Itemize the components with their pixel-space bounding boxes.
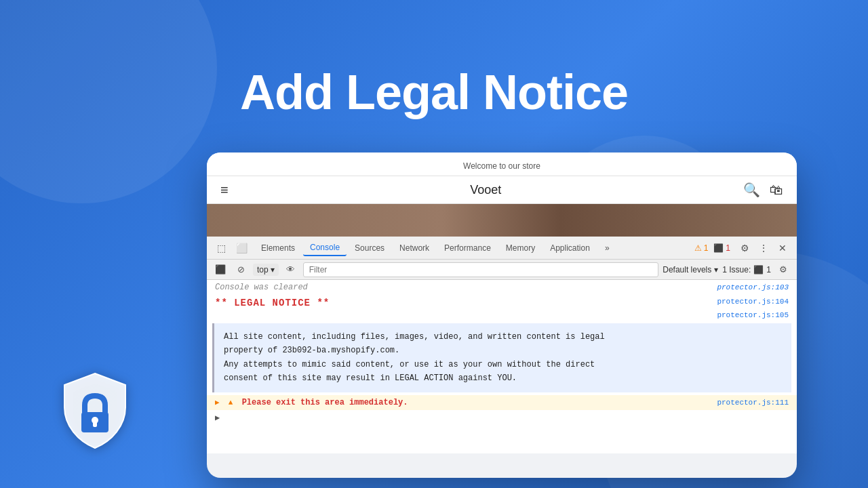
console-cleared-row: Console was cleared protector.js:103 xyxy=(207,280,797,295)
browser-card: Welcome to our store ≡ Vooet 🔍 🛍 ⬚ ⬜ Ele… xyxy=(207,152,797,478)
levels-dropdown[interactable]: Default levels ▾ xyxy=(663,265,718,274)
store-header: Welcome to our store xyxy=(207,152,797,176)
warn-count: 1 xyxy=(704,243,709,253)
issues-count: 1 xyxy=(766,265,771,274)
store-nav: ≡ Vooet 🔍 🛍 xyxy=(207,176,797,204)
tab-application[interactable]: Application xyxy=(543,241,597,256)
link-105[interactable]: protector.js:105 xyxy=(717,311,789,319)
device-icon[interactable]: ⬜ xyxy=(233,239,250,257)
shield-icon xyxy=(58,370,132,454)
legal-title-row: ** LEGAL NOTICE ** protector.js:104 xyxy=(207,295,797,311)
legal-title: ** LEGAL NOTICE ** xyxy=(215,298,330,308)
svg-rect-2 xyxy=(93,420,97,427)
box-line1: All site content, including files, image… xyxy=(224,330,782,344)
store-welcome: Welcome to our store xyxy=(463,161,540,171)
eye-icon[interactable]: 👁 xyxy=(283,262,299,278)
settings-icon[interactable]: ⚙ xyxy=(736,239,753,257)
search-icon[interactable]: 🔍 xyxy=(743,182,760,198)
store-name: Vooet xyxy=(470,183,501,197)
tab-sources[interactable]: Sources xyxy=(348,241,391,256)
filter-input[interactable] xyxy=(303,262,659,277)
close-icon[interactable]: ✕ xyxy=(774,239,791,257)
inspect-icon[interactable]: ⬚ xyxy=(212,239,230,257)
warn-icon: ▲ xyxy=(229,399,233,407)
cleared-text: Console was cleared xyxy=(215,283,308,292)
nav-right: 🔍 🛍 xyxy=(743,182,783,198)
box-line2: property of 23b092-ba.myshopify.com. xyxy=(224,344,782,357)
link-104[interactable]: protector.js:104 xyxy=(717,298,789,306)
top-label: top xyxy=(257,265,269,274)
chevron-down-icon: ▾ xyxy=(271,265,275,274)
title-text: Add Legal Notice xyxy=(240,65,628,119)
cart-icon[interactable]: 🛍 xyxy=(770,182,783,198)
tab-performance[interactable]: Performance xyxy=(437,241,498,256)
tab-network[interactable]: Network xyxy=(393,241,436,256)
link-111[interactable]: protector.js:111 xyxy=(717,399,789,407)
tab-console[interactable]: Console xyxy=(303,240,347,256)
levels-label: Default levels xyxy=(663,265,711,274)
devtools-left-icons: ⬚ ⬜ xyxy=(212,239,250,257)
error-icon: ⬛ xyxy=(713,243,724,253)
devtools-toolbar: ⬚ ⬜ Elements Console Sources Network Per… xyxy=(207,237,797,260)
hero-image xyxy=(207,204,797,237)
hamburger-icon[interactable]: ≡ xyxy=(220,182,229,198)
sidebar-toggle-icon[interactable]: ⬛ xyxy=(212,262,229,278)
error-badge: ⬛ 1 xyxy=(713,243,730,253)
warn-row: ▶ ▲ Please exit this area immediately. p… xyxy=(207,395,797,410)
warn-text: Please exit this area immediately. xyxy=(242,398,408,407)
ban-icon[interactable]: ⊘ xyxy=(233,262,249,278)
warn-badge: ⚠ 1 xyxy=(694,243,709,253)
warn-content: ▶ ▲ Please exit this area immediately. xyxy=(215,398,408,407)
issues-counter: 1 Issue: ⬛ 1 xyxy=(722,265,771,274)
issues-icon: ⬛ xyxy=(753,265,764,274)
more-icon[interactable]: ⋮ xyxy=(755,239,772,257)
error-count: 1 xyxy=(726,243,730,253)
page-title: Add Legal Notice xyxy=(0,64,868,120)
tab-elements[interactable]: Elements xyxy=(254,241,302,256)
warn-triangle-icon: ⚠ xyxy=(694,243,702,253)
arrow-row: ▶ xyxy=(207,410,797,426)
warn-triangle-icon: ▶ xyxy=(215,399,220,407)
box-line3: Any attempts to mimic said content, or u… xyxy=(224,358,782,371)
console-output: Console was cleared protector.js:103 ** … xyxy=(207,280,797,453)
tab-more[interactable]: » xyxy=(598,241,616,256)
arrow-icon: ▶ xyxy=(215,413,220,423)
devtools-settings-icon[interactable]: ⚙ xyxy=(775,262,791,278)
issues-label: 1 Issue: xyxy=(722,265,751,274)
context-dropdown[interactable]: top ▾ xyxy=(253,264,279,276)
box-line4: consent of this site may result in LEGAL… xyxy=(224,371,782,385)
link-103[interactable]: protector.js:103 xyxy=(717,283,789,291)
levels-chevron-icon: ▾ xyxy=(714,265,718,274)
devtools-bar2: ⬛ ⊘ top ▾ 👁 Default levels ▾ 1 Issue: ⬛ … xyxy=(207,260,797,280)
tab-memory[interactable]: Memory xyxy=(499,241,542,256)
legal-notice-box: All site content, including files, image… xyxy=(212,323,791,392)
